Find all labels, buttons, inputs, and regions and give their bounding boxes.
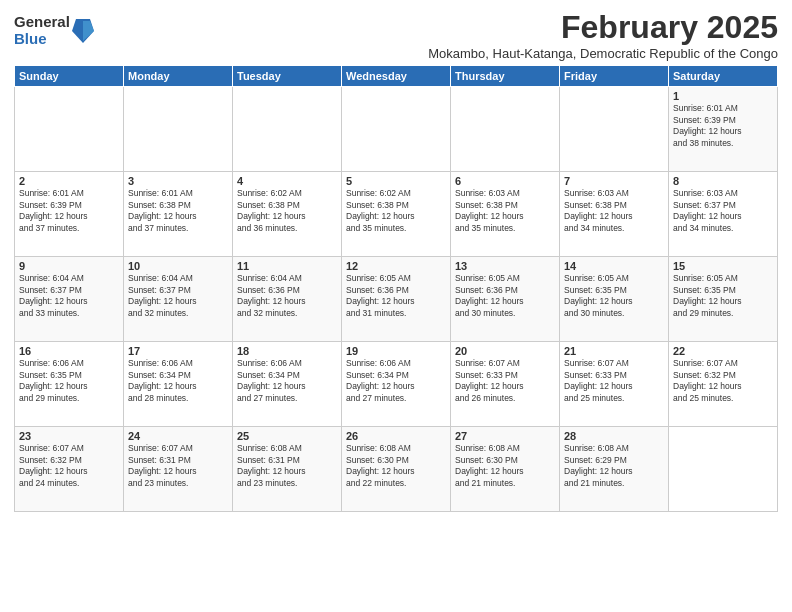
day-number: 16 [19,345,119,357]
day-number: 7 [564,175,664,187]
calendar-header: Sunday Monday Tuesday Wednesday Thursday… [15,66,778,87]
svg-marker-1 [83,21,94,41]
day-number: 10 [128,260,228,272]
calendar-cell: 14Sunrise: 6:05 AM Sunset: 6:35 PM Dayli… [560,257,669,342]
calendar-cell: 19Sunrise: 6:06 AM Sunset: 6:34 PM Dayli… [342,342,451,427]
calendar-cell: 11Sunrise: 6:04 AM Sunset: 6:36 PM Dayli… [233,257,342,342]
day-info: Sunrise: 6:06 AM Sunset: 6:34 PM Dayligh… [237,358,337,404]
calendar-cell: 8Sunrise: 6:03 AM Sunset: 6:37 PM Daylig… [669,172,778,257]
day-number: 3 [128,175,228,187]
day-number: 19 [346,345,446,357]
calendar-table: Sunday Monday Tuesday Wednesday Thursday… [14,65,778,512]
calendar-cell [342,87,451,172]
calendar-cell [669,427,778,512]
logo-icon [72,17,94,45]
day-number: 23 [19,430,119,442]
calendar-cell: 5Sunrise: 6:02 AM Sunset: 6:38 PM Daylig… [342,172,451,257]
calendar-cell: 12Sunrise: 6:05 AM Sunset: 6:36 PM Dayli… [342,257,451,342]
day-number: 12 [346,260,446,272]
day-number: 1 [673,90,773,102]
day-info: Sunrise: 6:01 AM Sunset: 6:39 PM Dayligh… [19,188,119,234]
day-info: Sunrise: 6:07 AM Sunset: 6:33 PM Dayligh… [455,358,555,404]
page: General Blue February 2025 Mokambo, Haut… [0,0,792,612]
calendar-cell: 10Sunrise: 6:04 AM Sunset: 6:37 PM Dayli… [124,257,233,342]
calendar-cell [233,87,342,172]
day-number: 22 [673,345,773,357]
day-info: Sunrise: 6:08 AM Sunset: 6:30 PM Dayligh… [346,443,446,489]
calendar-cell [124,87,233,172]
header-saturday: Saturday [669,66,778,87]
day-info: Sunrise: 6:06 AM Sunset: 6:35 PM Dayligh… [19,358,119,404]
day-number: 13 [455,260,555,272]
day-info: Sunrise: 6:05 AM Sunset: 6:36 PM Dayligh… [455,273,555,319]
calendar-cell: 7Sunrise: 6:03 AM Sunset: 6:38 PM Daylig… [560,172,669,257]
calendar-cell: 21Sunrise: 6:07 AM Sunset: 6:33 PM Dayli… [560,342,669,427]
calendar-cell: 17Sunrise: 6:06 AM Sunset: 6:34 PM Dayli… [124,342,233,427]
header-sunday: Sunday [15,66,124,87]
day-info: Sunrise: 6:07 AM Sunset: 6:31 PM Dayligh… [128,443,228,489]
day-info: Sunrise: 6:04 AM Sunset: 6:37 PM Dayligh… [19,273,119,319]
header-row: Sunday Monday Tuesday Wednesday Thursday… [15,66,778,87]
calendar-cell [15,87,124,172]
calendar-cell: 24Sunrise: 6:07 AM Sunset: 6:31 PM Dayli… [124,427,233,512]
calendar-week-1: 1Sunrise: 6:01 AM Sunset: 6:39 PM Daylig… [15,87,778,172]
calendar-cell: 3Sunrise: 6:01 AM Sunset: 6:38 PM Daylig… [124,172,233,257]
day-number: 17 [128,345,228,357]
day-info: Sunrise: 6:02 AM Sunset: 6:38 PM Dayligh… [346,188,446,234]
day-info: Sunrise: 6:06 AM Sunset: 6:34 PM Dayligh… [346,358,446,404]
day-info: Sunrise: 6:07 AM Sunset: 6:32 PM Dayligh… [673,358,773,404]
calendar-cell [451,87,560,172]
day-number: 5 [346,175,446,187]
day-number: 15 [673,260,773,272]
day-number: 20 [455,345,555,357]
calendar-cell: 28Sunrise: 6:08 AM Sunset: 6:29 PM Dayli… [560,427,669,512]
calendar-cell: 27Sunrise: 6:08 AM Sunset: 6:30 PM Dayli… [451,427,560,512]
calendar-body: 1Sunrise: 6:01 AM Sunset: 6:39 PM Daylig… [15,87,778,512]
day-info: Sunrise: 6:08 AM Sunset: 6:30 PM Dayligh… [455,443,555,489]
main-title: February 2025 [428,10,778,45]
day-info: Sunrise: 6:05 AM Sunset: 6:35 PM Dayligh… [564,273,664,319]
calendar-cell: 9Sunrise: 6:04 AM Sunset: 6:37 PM Daylig… [15,257,124,342]
day-number: 11 [237,260,337,272]
calendar-cell: 22Sunrise: 6:07 AM Sunset: 6:32 PM Dayli… [669,342,778,427]
logo: General Blue [14,14,94,47]
header-friday: Friday [560,66,669,87]
day-number: 14 [564,260,664,272]
calendar-cell: 2Sunrise: 6:01 AM Sunset: 6:39 PM Daylig… [15,172,124,257]
calendar-cell: 1Sunrise: 6:01 AM Sunset: 6:39 PM Daylig… [669,87,778,172]
day-info: Sunrise: 6:03 AM Sunset: 6:37 PM Dayligh… [673,188,773,234]
day-number: 26 [346,430,446,442]
title-block: February 2025 Mokambo, Haut-Katanga, Dem… [428,10,778,61]
header-monday: Monday [124,66,233,87]
day-info: Sunrise: 6:03 AM Sunset: 6:38 PM Dayligh… [564,188,664,234]
calendar-cell: 23Sunrise: 6:07 AM Sunset: 6:32 PM Dayli… [15,427,124,512]
day-number: 18 [237,345,337,357]
header-thursday: Thursday [451,66,560,87]
day-number: 21 [564,345,664,357]
calendar-week-2: 2Sunrise: 6:01 AM Sunset: 6:39 PM Daylig… [15,172,778,257]
day-info: Sunrise: 6:01 AM Sunset: 6:38 PM Dayligh… [128,188,228,234]
calendar-cell [560,87,669,172]
calendar-cell: 25Sunrise: 6:08 AM Sunset: 6:31 PM Dayli… [233,427,342,512]
calendar-cell: 13Sunrise: 6:05 AM Sunset: 6:36 PM Dayli… [451,257,560,342]
day-info: Sunrise: 6:08 AM Sunset: 6:31 PM Dayligh… [237,443,337,489]
calendar-week-3: 9Sunrise: 6:04 AM Sunset: 6:37 PM Daylig… [15,257,778,342]
day-info: Sunrise: 6:04 AM Sunset: 6:36 PM Dayligh… [237,273,337,319]
day-info: Sunrise: 6:01 AM Sunset: 6:39 PM Dayligh… [673,103,773,149]
header: General Blue February 2025 Mokambo, Haut… [14,10,778,61]
day-number: 9 [19,260,119,272]
logo-general: General [14,14,70,31]
calendar-cell: 16Sunrise: 6:06 AM Sunset: 6:35 PM Dayli… [15,342,124,427]
calendar-week-5: 23Sunrise: 6:07 AM Sunset: 6:32 PM Dayli… [15,427,778,512]
header-wednesday: Wednesday [342,66,451,87]
day-info: Sunrise: 6:02 AM Sunset: 6:38 PM Dayligh… [237,188,337,234]
calendar-cell: 20Sunrise: 6:07 AM Sunset: 6:33 PM Dayli… [451,342,560,427]
header-tuesday: Tuesday [233,66,342,87]
day-info: Sunrise: 6:06 AM Sunset: 6:34 PM Dayligh… [128,358,228,404]
calendar-cell: 18Sunrise: 6:06 AM Sunset: 6:34 PM Dayli… [233,342,342,427]
day-info: Sunrise: 6:05 AM Sunset: 6:35 PM Dayligh… [673,273,773,319]
calendar-cell: 6Sunrise: 6:03 AM Sunset: 6:38 PM Daylig… [451,172,560,257]
day-number: 27 [455,430,555,442]
day-number: 28 [564,430,664,442]
day-number: 24 [128,430,228,442]
